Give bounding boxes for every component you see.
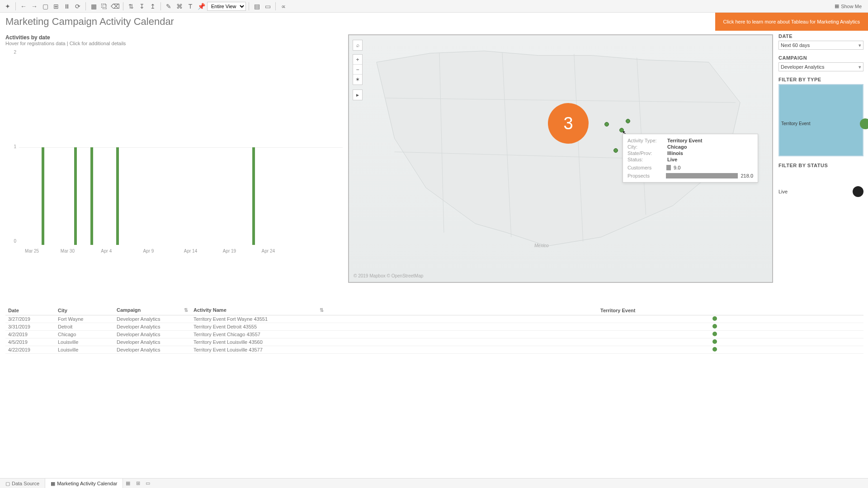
events-table: Date City Campaign⇅ Activity Name⇅ Terri… [5,305,863,354]
col-city[interactable]: City [55,305,114,315]
x-tick: Apr 19 [223,249,236,253]
table-row[interactable]: 4/5/2019LouisvilleDeveloper AnalyticsTer… [5,338,863,346]
y-tick: 1 [14,144,16,149]
date-filter-label: DATE [778,33,863,39]
map-point[interactable] [626,119,630,123]
zoom-reset-button[interactable]: ✶ [353,75,362,84]
campaign-filter-select[interactable]: Developer Analytics [778,62,863,71]
type-value: Territory Event [781,121,810,126]
col-activity[interactable]: Activity Name⇅ [191,305,326,315]
type-treemap[interactable]: Territory Event [778,84,863,156]
map-point[interactable] [613,148,618,153]
sort-desc-icon[interactable]: ↥ [148,1,158,11]
map-pan-button[interactable]: ▸ [353,89,363,100]
event-dot [712,332,717,336]
type-filter-label: FILTER BY TYPE [778,77,863,82]
status-row[interactable]: Live [778,186,863,197]
event-dot [712,316,717,321]
table-row[interactable]: 4/2/2019ChicagoDeveloper AnalyticsTerrit… [5,331,863,338]
new-worksheet-icon[interactable]: ▦ [123,480,133,486]
chart-title: Activities by date [5,34,344,41]
map-search-button[interactable]: ⌕ [353,40,363,51]
sheet-tab[interactable]: ▦ Marketing Activity Calendar [45,479,123,488]
bar[interactable] [252,147,255,245]
col-type[interactable]: Territory Event [598,305,832,315]
pause-data-icon[interactable]: ⏸ [62,1,72,11]
filters-panel: DATE Next 60 days CAMPAIGN Developer Ana… [773,31,868,283]
new-dashboard-icon[interactable]: ⊞ [133,480,143,486]
forward-icon[interactable]: → [29,1,39,11]
share-icon[interactable]: ∝ [278,1,288,11]
map-tooltip: Activity Type:Territory Event City:Chica… [623,134,758,183]
x-tick: Apr 14 [184,249,197,253]
y-tick: 0 [14,239,16,244]
x-tick: Mar 30 [61,249,75,253]
map-zoom-controls: + − ✶ [353,54,363,85]
x-tick: Apr 24 [262,249,275,253]
y-tick: 2 [14,49,16,54]
swap-icon[interactable]: ⇅ [126,1,136,11]
new-sheet-icon[interactable]: ▦ [89,1,99,11]
col-campaign[interactable]: Campaign⇅ [114,305,191,315]
sort-icon: ⇅ [320,307,324,313]
bar[interactable] [116,147,119,245]
event-dot [712,347,717,352]
map-label: Mexico [534,243,549,248]
save-icon[interactable]: ▢ [40,1,50,11]
showme-icon: ▦ [835,3,839,9]
highlight-icon[interactable]: ✎ [164,1,174,11]
group-icon[interactable]: ⌘ [175,1,184,11]
sort-asc-icon[interactable]: ↧ [137,1,147,11]
bar[interactable] [74,147,77,245]
date-filter-select[interactable]: Next 60 days [778,41,863,50]
table-row[interactable]: 4/22/2019LouisvilleDeveloper AnalyticsTe… [5,346,863,354]
table-row[interactable]: 3/27/2019Fort WayneDeveloper AnalyticsTe… [5,315,863,323]
pin-icon[interactable]: 📌 [196,1,206,11]
bar[interactable] [90,147,93,245]
label-icon[interactable]: T [185,1,195,11]
bar[interactable] [42,147,44,245]
cluster-bubble[interactable]: 3 [548,103,589,144]
show-me-button[interactable]: ▦Show Me [831,3,865,9]
footer-tabs: ▢ Data Source ▦ Marketing Activity Calen… [0,478,868,488]
plot-area[interactable] [19,50,343,245]
x-tick: Mar 25 [25,249,39,253]
logo-icon[interactable]: ✦ [3,1,13,11]
sort-icon: ⇅ [184,307,188,313]
x-tick: Apr 4 [101,249,112,253]
col-date[interactable]: Date [5,305,55,315]
event-dot [712,339,717,344]
chart-subtitle: Hover for registrations data | Click for… [5,41,344,46]
status-value: Live [778,189,788,194]
duplicate-icon[interactable]: ⿻ [99,1,109,11]
zoom-in-button[interactable]: + [353,55,362,65]
present-icon[interactable]: ▭ [263,1,273,11]
page-title: Marketing Campaign Activity Calendar [5,16,715,28]
data-source-tab[interactable]: ▢ Data Source [0,479,45,488]
map[interactable]: ⌕ + − ✶ ▸ 3 ↖ Mexico Activity Type:Terri… [348,34,773,283]
zoom-out-button[interactable]: − [353,65,362,75]
map-point[interactable] [604,122,609,127]
toolbar: ✦ ← → ▢ ⊞ ⏸ ⟳ ▦ ⿻ ⌫ ⇅ ↧ ↥ ✎ ⌘ T 📌 Entire… [0,0,868,13]
clear-icon[interactable]: ⌫ [110,1,120,11]
new-data-icon[interactable]: ⊞ [51,1,61,11]
dashboard-icon[interactable]: ▤ [252,1,262,11]
type-legend-dot [860,118,868,129]
map-attribution: © 2019 Mapbox © OpenStreetMap [354,273,423,278]
status-filter-label: FILTER BY STATUS [778,163,863,168]
event-dot [712,324,717,328]
back-icon[interactable]: ← [19,1,28,11]
promo-banner[interactable]: Click here to learn more about Tableau f… [715,13,868,31]
refresh-icon[interactable]: ⟳ [73,1,83,11]
table-row[interactable]: 3/31/2019DetroitDeveloper AnalyticsTerri… [5,323,863,331]
campaign-filter-label: CAMPAIGN [778,55,863,61]
fit-select[interactable]: Entire View [207,2,246,11]
new-story-icon[interactable]: ▭ [143,480,153,486]
x-tick: Apr 9 [143,249,154,253]
status-legend-dot [853,186,863,197]
bar-chart[interactable]: 2 1 0 Mar 25 Mar 30 Apr 4 Apr 9 Apr 14 A… [5,48,344,256]
